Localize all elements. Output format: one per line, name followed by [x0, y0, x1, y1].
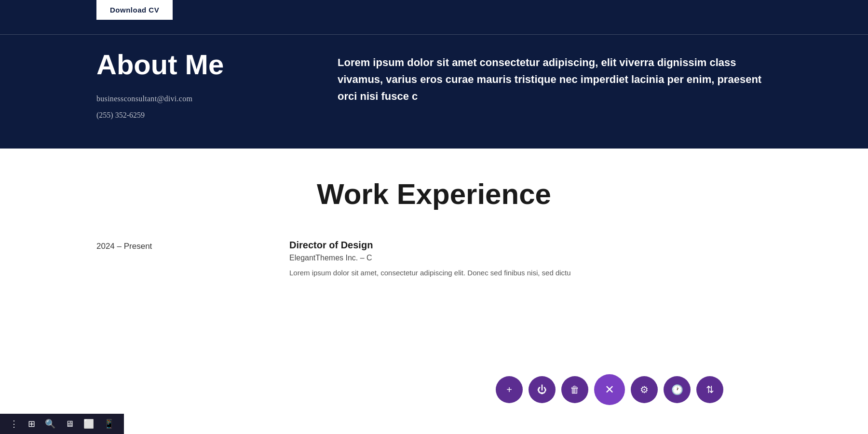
about-left: About Me businessconsultant@divi.com (25…: [96, 49, 289, 120]
about-email: businessconsultant@divi.com: [96, 95, 289, 103]
download-cv-button[interactable]: Download CV: [96, 0, 173, 20]
divider: [0, 34, 868, 35]
about-section: About Me businessconsultant@divi.com (25…: [0, 49, 868, 120]
about-description: Lorem ipsum dolor sit amet consectetur a…: [338, 54, 772, 105]
about-phone: (255) 352-6259: [96, 111, 289, 120]
work-entry: 2024 – Present Director of Design Elegan…: [0, 240, 868, 279]
work-description: Lorem ipsum dolor sit amet, consectetur …: [289, 267, 772, 279]
work-date: 2024 – Present: [96, 240, 241, 279]
work-details: Director of Design ElegantThemes Inc. – …: [289, 240, 772, 279]
about-right: Lorem ipsum dolor sit amet consectetur a…: [338, 49, 772, 120]
about-title: About Me: [96, 49, 289, 80]
work-job-title: Director of Design: [289, 240, 772, 251]
bottom-section: Work Experience 2024 – Present Director …: [0, 149, 868, 279]
work-company: ElegantThemes Inc. – C: [289, 254, 772, 262]
top-section: Download CV About Me businessconsultant@…: [0, 0, 868, 149]
work-experience-title: Work Experience: [0, 177, 868, 211]
